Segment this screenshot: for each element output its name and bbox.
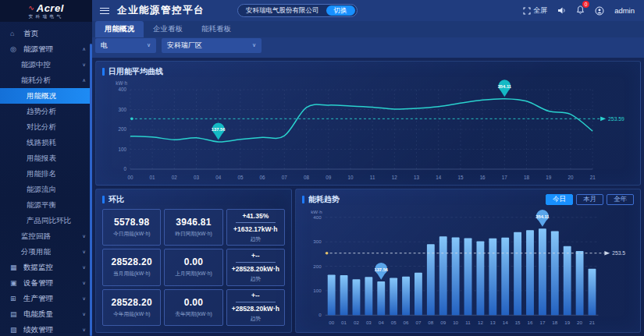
stat-box: 0.00上月同期(kW·h) bbox=[164, 249, 222, 285]
range-button-1[interactable]: 本月 bbox=[576, 194, 603, 205]
tab-bar: 用能概况企业看板能耗看板 bbox=[92, 21, 644, 37]
svg-text:10: 10 bbox=[453, 320, 458, 325]
chevron-down-icon: ∨ bbox=[82, 233, 86, 239]
trend-value: +1632.17kW·h bbox=[233, 225, 277, 233]
sidebar-item-11[interactable]: 能源平衡 bbox=[0, 197, 92, 213]
tab-2[interactable]: 能耗看板 bbox=[192, 21, 240, 37]
energy-trend-bar-chart[interactable]: 0100200300400kW·h00010203040506070809101… bbox=[302, 207, 634, 329]
svg-text:kW·h: kW·h bbox=[311, 209, 322, 214]
svg-text:17: 17 bbox=[502, 175, 507, 180]
sidebar-item-19[interactable]: ▧绩效管理∨ bbox=[0, 322, 92, 336]
trend-box: +--+28528.20kW·h趋势 bbox=[226, 289, 285, 326]
svg-text:200: 200 bbox=[118, 126, 126, 132]
sidebar-item-17[interactable]: ⊞生产管理∨ bbox=[0, 291, 92, 306]
tab-0[interactable]: 用能概况 bbox=[95, 21, 144, 37]
svg-text:14: 14 bbox=[436, 175, 441, 180]
sidebar-item-label: 产品同比环比 bbox=[27, 216, 71, 226]
sidebar-item-8[interactable]: 用能报表 bbox=[0, 150, 92, 166]
username[interactable]: admin bbox=[614, 6, 635, 15]
stat-box: 28528.20当月用能(kW·h) bbox=[102, 249, 161, 285]
svg-text:253.59: 253.59 bbox=[608, 116, 624, 122]
power-quality-icon: ▤ bbox=[10, 310, 20, 318]
svg-text:354.11: 354.11 bbox=[535, 214, 550, 219]
sidebar-item-0[interactable]: ⌂首页 bbox=[0, 26, 92, 41]
sidebar-item-15[interactable]: ▦数据监控∨ bbox=[0, 260, 92, 275]
svg-text:02: 02 bbox=[172, 175, 177, 180]
stat-label: 昨日同期(kW·h) bbox=[175, 230, 212, 238]
stat-box: 0.00去年同期(kW·h) bbox=[164, 289, 222, 326]
sidebar-scrollbar[interactable] bbox=[90, 44, 92, 336]
fullscreen-label: 全屏 bbox=[533, 5, 547, 16]
switch-company-button[interactable]: 切换 bbox=[326, 5, 355, 16]
sidebar-item-label: 用能概况 bbox=[27, 91, 56, 101]
sidebar-item-3[interactable]: 能耗分析∧ bbox=[0, 73, 92, 88]
energy-trend-panel: 能耗趋势 今日本月全年 0100200300400kW·h00010203040… bbox=[295, 189, 641, 333]
sidebar-item-10[interactable]: 能源流向 bbox=[0, 182, 92, 197]
svg-text:06: 06 bbox=[404, 320, 409, 325]
svg-text:20: 20 bbox=[568, 175, 573, 180]
fullscreen-button[interactable]: 全屏 bbox=[523, 5, 547, 16]
sidebar-item-12[interactable]: 产品同比环比 bbox=[0, 213, 92, 228]
company-name: 安科瑞电气股份有限公司 bbox=[246, 6, 319, 16]
energy-type-value: 电 bbox=[101, 41, 108, 51]
sidebar-item-2[interactable]: 能源中控∨ bbox=[0, 57, 92, 73]
stat-label: 当月用能(kW·h) bbox=[113, 270, 151, 278]
stat-value: 3946.81 bbox=[176, 217, 211, 228]
energy-type-select[interactable]: 电 ∨ bbox=[95, 38, 156, 53]
trend-box: +--+28528.20kW·h趋势 bbox=[226, 249, 285, 285]
svg-text:08: 08 bbox=[428, 320, 433, 325]
sidebar-item-7[interactable]: 线路损耗 bbox=[0, 135, 92, 150]
chevron-down-icon: ∨ bbox=[82, 327, 86, 332]
svg-text:03: 03 bbox=[366, 320, 372, 325]
svg-text:137.56: 137.56 bbox=[374, 267, 388, 272]
stat-value: 0.00 bbox=[184, 256, 204, 267]
fullscreen-icon bbox=[523, 7, 531, 15]
daily-average-line-chart[interactable]: 0001020304050607080910111213141516171819… bbox=[102, 77, 634, 183]
svg-text:02: 02 bbox=[354, 320, 359, 325]
sidebar-item-13[interactable]: 监控回路∨ bbox=[0, 228, 92, 244]
trend-value: +28528.20kW·h bbox=[232, 265, 279, 273]
acrel-logo-icon: ∿ bbox=[28, 5, 34, 12]
sidebar-item-9[interactable]: 用能排名 bbox=[0, 166, 92, 182]
sidebar-item-5[interactable]: 趋势分析 bbox=[0, 104, 92, 119]
company-selector[interactable]: 安科瑞电气股份有限公司 切换 bbox=[237, 4, 358, 17]
area-select[interactable]: 安科瑞厂区 ∨ bbox=[162, 38, 262, 53]
sound-button[interactable] bbox=[557, 6, 566, 15]
stat-value: 28528.20 bbox=[111, 256, 151, 267]
notification-badge: 0 bbox=[582, 1, 589, 8]
trend-value: +28528.20kW·h bbox=[232, 305, 279, 313]
svg-text:18: 18 bbox=[552, 320, 557, 325]
sidebar-item-4[interactable]: 用能概况 bbox=[0, 88, 92, 104]
sidebar-item-16[interactable]: ▣设备管理∨ bbox=[0, 275, 92, 291]
sidebar-item-6[interactable]: 对比分析 bbox=[0, 119, 92, 135]
area-value: 安科瑞厂区 bbox=[167, 41, 202, 51]
chevron-down-icon: ∨ bbox=[246, 42, 256, 48]
chevron-down-icon: ∨ bbox=[82, 62, 86, 67]
sidebar-item-label: 趋势分析 bbox=[27, 107, 56, 117]
top-header: 企业能源管控平台 安科瑞电气股份有限公司 切换 全屏 bbox=[92, 0, 644, 21]
menu-collapse-icon[interactable] bbox=[100, 8, 109, 14]
range-button-2[interactable]: 全年 bbox=[607, 194, 634, 205]
brand-subtitle: 安科瑞电气 bbox=[29, 14, 64, 19]
sidebar-item-18[interactable]: ▤电能质量∨ bbox=[0, 306, 92, 322]
sidebar-item-label: 用能报表 bbox=[27, 154, 56, 164]
user-menu-button[interactable] bbox=[595, 6, 604, 16]
chevron-down-icon: ∨ bbox=[141, 42, 151, 48]
title-accent-bar bbox=[102, 68, 105, 76]
trend-percent: +-- bbox=[251, 292, 260, 299]
notifications-button[interactable]: 0 bbox=[576, 4, 585, 18]
sidebar-item-1[interactable]: ◎能源管理∧ bbox=[0, 41, 92, 57]
range-button-0[interactable]: 今日 bbox=[546, 194, 573, 205]
stat-box: 3946.81昨日同期(kW·h) bbox=[164, 209, 222, 246]
tab-1[interactable]: 企业看板 bbox=[144, 21, 192, 37]
sidebar-item-label: 分项用能 bbox=[21, 247, 51, 257]
sidebar-item-14[interactable]: 分项用能∨ bbox=[0, 244, 92, 260]
svg-text:11: 11 bbox=[465, 320, 471, 325]
svg-text:17: 17 bbox=[539, 320, 545, 325]
trend-label: 趋势 bbox=[251, 315, 262, 323]
device-icon: ▣ bbox=[10, 279, 20, 287]
line-chart-title: 日用能平均曲线 bbox=[109, 66, 163, 77]
svg-text:09: 09 bbox=[440, 320, 446, 325]
trend-label: 趋势 bbox=[251, 235, 262, 243]
svg-text:14: 14 bbox=[503, 320, 508, 325]
